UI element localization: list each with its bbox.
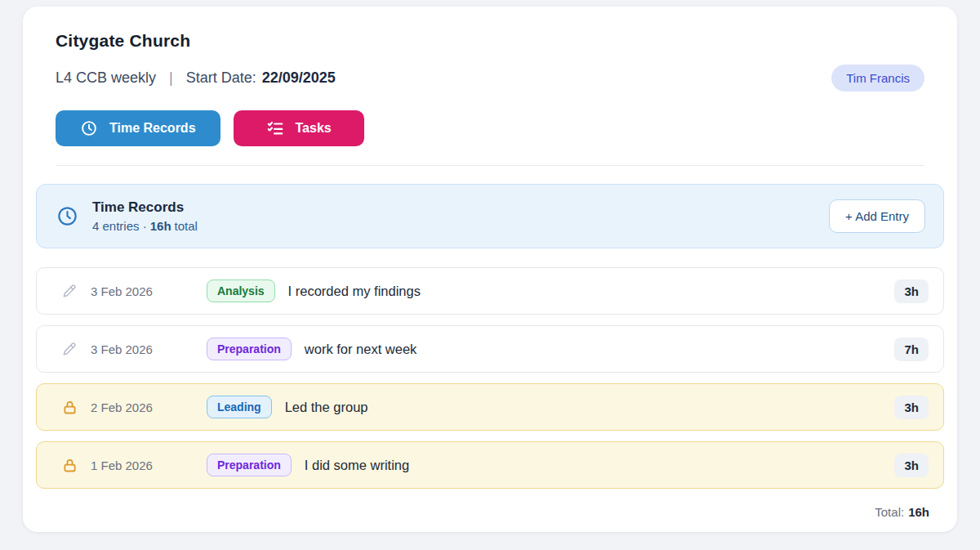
entry-category-badge: Leading [207,396,272,418]
panel-summary: 4 entries ·16htotal [92,219,198,233]
clock-icon [80,119,98,137]
row-state-icon [61,399,79,416]
total-suffix: total [175,219,198,233]
time-entries-list: 3 Feb 2026 Analysis I recorded my findin… [36,267,944,489]
tasks-button[interactable]: Tasks [234,110,364,146]
time-entry-row[interactable]: 3 Feb 2026 Analysis I recorded my findin… [36,267,944,315]
entry-date: 1 Feb 2026 [91,458,207,472]
section-divider [56,165,924,166]
entry-date: 3 Feb 2026 [91,342,207,356]
checklist-icon [266,119,284,137]
lock-icon [61,399,78,416]
subtitle-row: L4 CCB weekly | Start Date: 22/09/2025 T… [56,65,924,92]
time-entry-row[interactable]: 1 Feb 2026 Preparation I did some writin… [36,441,944,489]
entry-date: 3 Feb 2026 [91,284,207,298]
add-entry-button[interactable]: + Add Entry [829,199,925,233]
time-records-panel-header: Time Records 4 entries ·16htotal + Add E… [36,184,944,248]
pencil-icon[interactable] [61,283,78,300]
entry-category-badge: Analysis [207,279,275,302]
entry-category-badge: Preparation [207,454,292,476]
time-records-button-label: Time Records [109,121,196,136]
time-records-button[interactable]: Time Records [56,110,220,146]
pencil-icon[interactable] [61,341,78,358]
course-info: L4 CCB weekly | Start Date: 22/09/2025 [56,69,336,87]
start-date-label: Start Date: [186,69,256,87]
tasks-button-label: Tasks [296,121,332,136]
entry-description: work for next week [305,342,417,357]
row-state-icon [61,341,79,358]
user-badge[interactable]: Tim Francis [831,65,924,92]
row-state-icon [61,457,79,474]
entry-description: I recorded my findings [288,284,421,299]
row-state-icon [61,283,79,300]
lock-icon [61,457,78,474]
entry-hours-badge: 7h [894,338,929,361]
time-entry-row[interactable]: 2 Feb 2026 Leading Led the group 3h [36,383,944,431]
panel-title: Time Records [92,199,198,216]
footer-total: Total:16h [36,505,944,519]
entry-category-badge: Preparation [207,338,292,360]
entries-count: 4 entries · [92,219,147,233]
entry-description: Led the group [285,400,368,415]
subtitle-separator: | [169,69,173,87]
entry-hours-badge: 3h [894,396,929,419]
view-toggle-buttons: Time Records Tasks [56,110,924,146]
entry-hours-badge: 3h [894,279,929,303]
card-header: Citygate Church L4 CCB weekly | Start Da… [36,31,944,146]
entry-date: 2 Feb 2026 [91,400,207,414]
entry-hours-badge: 3h [894,454,929,477]
course-name: L4 CCB weekly [56,69,156,87]
clock-icon [56,205,78,227]
total-hours-inline: 16h [150,219,172,233]
page-title: Citygate Church [56,31,924,51]
main-card: Citygate Church L4 CCB weekly | Start Da… [23,7,957,532]
panel-titles: Time Records 4 entries ·16htotal [92,199,198,233]
entry-description: I did some writing [305,458,409,473]
start-date-value: 22/09/2025 [262,69,336,87]
time-entry-row[interactable]: 3 Feb 2026 Preparation work for next wee… [36,325,944,373]
total-label: Total: [875,505,904,519]
total-value: 16h [908,505,929,519]
